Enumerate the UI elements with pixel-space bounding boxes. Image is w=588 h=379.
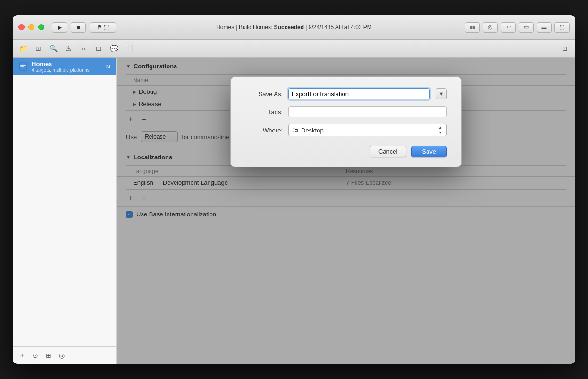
titlebar-right-controls: ≡≡ ◎ ↩ ▭ ▬ ⬚ [465,22,570,33]
sidebar-item-content: Homes 4 targets, multiple platforms [32,60,90,73]
find-button[interactable]: ◎ [483,22,498,33]
sidebar: Homes 4 targets, multiple platforms M + … [13,58,117,364]
where-stepper[interactable]: ▲ ▼ [437,125,444,135]
save-as-dropdown-button[interactable]: ▼ [436,88,447,99]
save-button[interactable]: Save [411,146,447,157]
save-as-row: Save As: ▼ [245,88,447,99]
location-button[interactable]: ◎ [56,350,67,361]
sidebar-item-homes[interactable]: Homes 4 targets, multiple platforms M [13,58,116,75]
circle-icon[interactable]: ○ [77,42,90,55]
fullscreen-button[interactable]: ⬚ [554,22,570,33]
play-button[interactable]: ▶ [52,22,67,33]
titlebar: ▶ ■ ⚑ ⬚ Homes | Build Homes: Succeeded |… [13,15,575,40]
svg-rect-1 [20,65,26,66]
speech-icon[interactable]: 💬 [107,42,120,55]
add-target-button[interactable]: + [17,350,28,361]
stepper-up-button[interactable]: ▲ [437,125,444,130]
grid-icon[interactable]: ⊞ [32,42,45,55]
stop-button[interactable]: ■ [71,22,86,33]
tags-label: Tags: [245,108,283,115]
modal-overlay: Save As: ▼ Tags: Where: 🗂 Desktop [117,58,575,364]
cancel-button[interactable]: Cancel [370,146,406,157]
folder-icon[interactable]: 📁 [17,42,30,55]
save-as-input[interactable] [288,88,430,99]
where-select[interactable]: 🗂 Desktop ▲ ▼ [288,124,447,136]
content-area: ▼ Configurations Name Based on Configura… [117,58,575,364]
homes-project-icon [18,62,28,71]
back-forward-button[interactable]: ↩ [501,22,516,33]
grid-footer-button[interactable]: ⊞ [43,350,54,361]
bubble-icon[interactable]: ⬜ [122,42,135,55]
close-button[interactable] [18,24,25,30]
split-button[interactable]: ▬ [537,22,552,33]
where-label: Where: [245,127,283,134]
search-icon[interactable]: 🔍 [47,42,60,55]
scheme-button[interactable]: ⚑ ⬚ [90,22,116,33]
sidebar-toggle-button[interactable]: ▭ [519,22,534,33]
grid2-icon[interactable]: ⊟ [92,42,105,55]
maximize-button[interactable] [38,24,44,30]
editor-lines-button[interactable]: ≡≡ [465,22,480,33]
warning-icon[interactable]: ⚠ [62,42,75,55]
modal-buttons: Cancel Save [245,146,447,157]
where-value-label: Desktop [301,127,434,134]
recent-button[interactable]: ⊙ [30,350,41,361]
titlebar-controls: ▶ ■ ⚑ ⬚ [52,22,116,33]
toolbar: 📁 ⊞ 🔍 ⚠ ○ ⊟ 💬 ⬜ ⊡ [13,40,575,58]
navigator-toggle-icon[interactable]: ⊡ [558,42,571,55]
main-window: ▶ ■ ⚑ ⬚ Homes | Build Homes: Succeeded |… [13,15,575,364]
svg-rect-2 [20,66,24,67]
main-layout: Homes 4 targets, multiple platforms M + … [13,58,575,364]
desktop-folder-icon: 🗂 [292,126,298,134]
tags-row: Tags: [245,106,447,117]
tags-input[interactable] [288,106,447,117]
stepper-down-button[interactable]: ▼ [437,130,444,135]
sidebar-footer: + ⊙ ⊞ ◎ [13,346,116,364]
save-as-label: Save As: [245,91,283,98]
traffic-lights [18,24,44,30]
where-row: Where: 🗂 Desktop ▲ ▼ [245,124,447,136]
window-title: Homes | Build Homes: Succeeded | 9/24/14… [216,24,372,31]
save-dialog: Save As: ▼ Tags: Where: 🗂 Desktop [230,76,462,167]
minimize-button[interactable] [28,24,34,30]
